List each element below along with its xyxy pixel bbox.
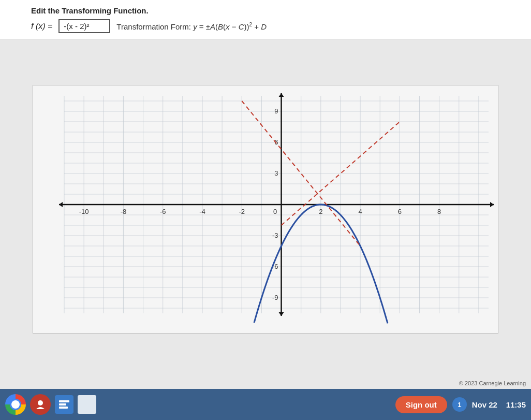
chrome-icon[interactable] [5, 394, 26, 415]
app-icon-red[interactable] [30, 394, 51, 415]
notification-badge[interactable]: 1 [452, 397, 467, 412]
svg-rect-1 [59, 400, 69, 402]
copyright-text: © 2023 Carnegie Learning [459, 380, 526, 386]
main-content: Edit the Transforming Function. f (x) = … [0, 0, 531, 389]
sign-out-button[interactable]: Sign out [395, 396, 447, 413]
graph-container [33, 85, 498, 334]
taskbar: Sign out 1 Nov 22 11:35 [0, 389, 531, 420]
taskbar-right: Sign out 1 Nov 22 11:35 [395, 396, 526, 413]
svg-rect-2 [59, 403, 66, 405]
svg-point-0 [38, 400, 43, 405]
graph-area: © 2023 Carnegie Learning [0, 40, 531, 389]
app-icon-white[interactable] [78, 395, 96, 414]
top-panel: Edit the Transforming Function. f (x) = … [0, 0, 531, 40]
svg-rect-3 [59, 407, 68, 409]
graph-canvas[interactable] [33, 85, 498, 334]
function-label: f (x) = [31, 22, 52, 31]
date-display: Nov 22 11:35 [472, 400, 526, 409]
function-row: f (x) = -(x - 2)² Transformation Form: y… [31, 19, 521, 33]
function-input[interactable]: -(x - 2)² [58, 19, 110, 33]
instruction-text: Edit the Transforming Function. [31, 6, 521, 15]
transformation-label: Transformation Form: y = ±A(B(x − C))2 +… [116, 22, 267, 31]
app-icon-blue[interactable] [55, 395, 73, 414]
